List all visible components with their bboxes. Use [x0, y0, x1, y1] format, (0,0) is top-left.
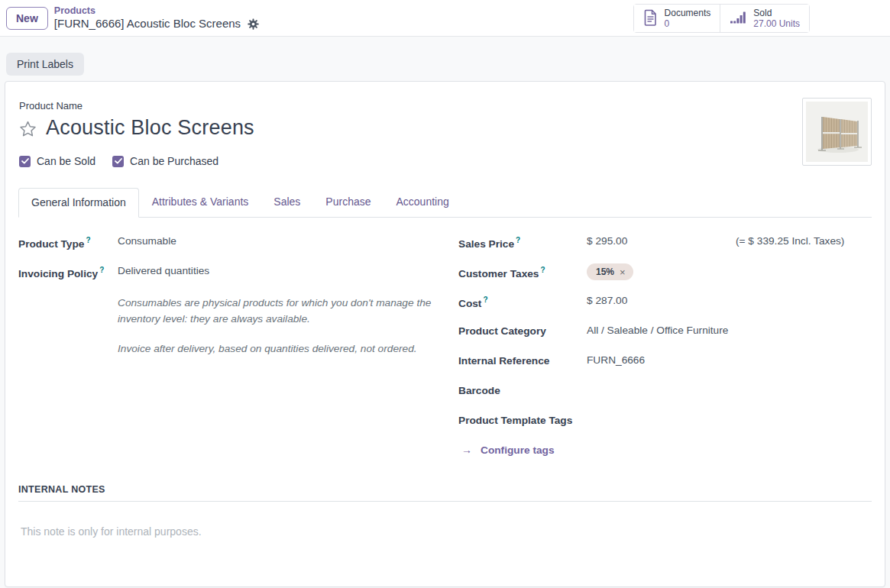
tab-accounting[interactable]: Accounting [384, 188, 461, 217]
tab-attributes-variants[interactable]: Attributes & Variants [140, 188, 261, 217]
gear-icon[interactable] [248, 18, 259, 30]
invoicing-policy-label: Invoicing Policy [18, 268, 98, 279]
can-be-sold-checkbox[interactable]: Can be Sold [19, 155, 95, 167]
product-template-tags-label: Product Template Tags [458, 414, 587, 426]
bar-chart-icon [730, 10, 746, 27]
product-type-label: Product Type [18, 238, 84, 250]
action-bar: Print Labels [0, 37, 890, 81]
general-information-page: Product Type? Consumable Invoicing Polic… [18, 218, 872, 456]
checkbox-checked-icon [19, 156, 31, 167]
document-icon [643, 9, 658, 28]
internal-notes-editor[interactable]: This note is only for internal purposes. [18, 525, 872, 586]
help-tooltip-icon[interactable]: ? [483, 296, 487, 304]
internal-reference-label: Internal Reference [458, 354, 587, 367]
internal-notes-section: INTERNAL NOTES This note is only for int… [18, 484, 872, 586]
field-invoicing-policy: Invoicing Policy? Delivered quantities [18, 265, 458, 282]
help-tooltip-icon[interactable]: ? [516, 236, 520, 244]
barcode-label: Barcode [458, 384, 587, 396]
field-product-type: Product Type? Consumable [18, 235, 458, 252]
new-button[interactable]: New [6, 7, 48, 30]
product-form-sheet: Product Name Acoustic Bloc Screens Can b… [5, 81, 885, 587]
right-arrow-icon: → [461, 444, 472, 456]
can-be-sold-label: Can be Sold [37, 155, 95, 167]
product-category-label: Product Category [458, 325, 587, 337]
invoicing-policy-select[interactable]: Delivered quantities [118, 265, 209, 276]
field-cost: Cost? $ 287.00 [458, 295, 872, 312]
field-barcode: Barcode [458, 384, 872, 401]
tax-tag-remove-icon[interactable]: × [620, 267, 626, 277]
tab-sales[interactable]: Sales [261, 188, 312, 217]
field-product-category: Product Category All / Saleable / Office… [458, 325, 872, 341]
customer-taxes-label: Customer Taxes [458, 268, 539, 279]
help-tooltip-icon[interactable]: ? [86, 236, 90, 244]
print-labels-button[interactable]: Print Labels [6, 53, 84, 76]
sales-price-input[interactable]: $ 295.00 [587, 235, 736, 247]
field-customer-taxes: Customer Taxes? 15% × [458, 265, 872, 282]
tab-purchase[interactable]: Purchase [313, 188, 383, 217]
notebook-tabs: General Information Attributes & Variant… [18, 188, 872, 218]
stat-button-group: Documents 0 Sold 27.00 Units [633, 4, 810, 33]
cost-label: Cost [458, 298, 481, 309]
field-product-template-tags: Product Template Tags [458, 414, 872, 431]
product-type-select[interactable]: Consumable [118, 235, 176, 247]
configure-tags-link[interactable]: → Configure tags [461, 444, 872, 456]
field-sales-price: Sales Price? $ 295.00 (= $ 339.25 Incl. … [458, 235, 872, 252]
tax-tag-label: 15% [596, 267, 614, 277]
breadcrumb-products-link[interactable]: Products [54, 5, 259, 17]
tab-general-information[interactable]: General Information [18, 188, 139, 218]
sales-price-incl-taxes: (= $ 339.25 Incl. Taxes) [736, 235, 844, 247]
internal-reference-input[interactable]: FURN_6666 [587, 354, 645, 366]
consumable-help-text: Consumables are physical products for wh… [118, 295, 437, 327]
control-panel: New Products [FURN_6666] Acoustic Bloc S… [0, 0, 890, 37]
sold-value: 27.00 Units [753, 18, 800, 29]
acoustic-screen-image [806, 102, 868, 162]
internal-notes-header: INTERNAL NOTES [18, 484, 872, 502]
checkbox-checked-icon [112, 156, 124, 167]
product-image[interactable] [802, 98, 872, 166]
product-name-label: Product Name [19, 100, 254, 111]
configure-tags-label: Configure tags [481, 444, 555, 456]
documents-value: 0 [665, 18, 670, 29]
tax-tag[interactable]: 15% × [587, 263, 633, 280]
product-name-input[interactable]: Acoustic Bloc Screens [46, 116, 254, 140]
help-tooltip-icon[interactable]: ? [540, 266, 545, 274]
can-be-purchased-label: Can be Purchased [130, 155, 218, 167]
stat-button-documents[interactable]: Documents 0 [634, 5, 720, 32]
cost-input[interactable]: $ 287.00 [587, 295, 627, 306]
stat-button-sold[interactable]: Sold 27.00 Units [720, 5, 809, 32]
invoicing-help-text: Invoice after delivery, based on quantit… [118, 341, 437, 357]
documents-label: Documents [665, 8, 711, 18]
field-help-text: Consumables are physical products for wh… [118, 295, 437, 357]
title-area: Product Name Acoustic Bloc Screens Can b… [18, 97, 872, 167]
sales-price-label: Sales Price [458, 238, 514, 250]
product-category-input[interactable]: All / Saleable / Office Furniture [587, 325, 728, 336]
field-internal-reference: Internal Reference FURN_6666 [458, 354, 872, 371]
help-tooltip-icon[interactable]: ? [99, 266, 104, 274]
can-be-purchased-checkbox[interactable]: Can be Purchased [112, 155, 218, 167]
favorite-star-icon[interactable] [18, 118, 37, 138]
breadcrumb-current: [FURN_6666] Acoustic Bloc Screens [54, 17, 241, 31]
breadcrumb: Products [FURN_6666] Acoustic Bloc Scree… [54, 5, 259, 31]
sold-label: Sold [753, 8, 772, 18]
